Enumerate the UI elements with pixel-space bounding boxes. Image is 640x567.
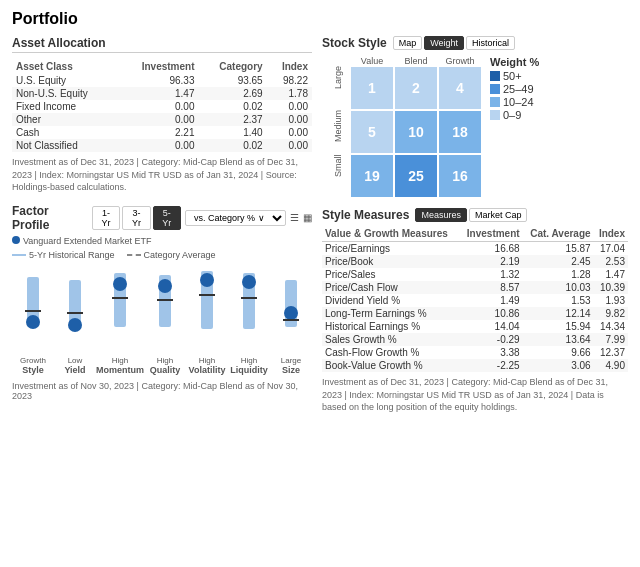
factor-col-size: LargeSize bbox=[270, 264, 312, 377]
factor-val-label-3: High bbox=[157, 356, 173, 365]
measures-title: Style Measures bbox=[322, 208, 409, 222]
factor-tab-3yr[interactable]: 3-Yr bbox=[122, 206, 150, 230]
table-row: U.S. Equity96.3393.6598.22 bbox=[12, 74, 312, 87]
factor-tab-1yr[interactable]: 1-Yr bbox=[92, 206, 120, 230]
factor-list-icon[interactable]: ☰ bbox=[290, 212, 299, 223]
legend-0-9: 0–9 bbox=[490, 109, 539, 121]
stock-style-tab-map[interactable]: Map bbox=[393, 36, 423, 50]
legend-50plus: 50+ bbox=[490, 70, 539, 82]
factor-tab-group: 1-Yr 3-Yr 5-Yr bbox=[92, 206, 181, 230]
row-label-medium: Medium bbox=[322, 110, 350, 154]
factor-bar-quality bbox=[151, 264, 179, 354]
style-row-0: 124 bbox=[350, 66, 482, 110]
col-header-value: Value bbox=[350, 56, 394, 66]
factor-dot-main-0 bbox=[26, 315, 40, 329]
style-legend-title: Weight % bbox=[490, 56, 539, 68]
legend-box-0-9 bbox=[490, 110, 500, 120]
table-row: Price/Sales1.321.281.47 bbox=[322, 268, 628, 281]
row-labels: Large Medium Small bbox=[322, 66, 350, 198]
factor-bar-momentum bbox=[106, 264, 134, 354]
factor-charts: GrowthStyleLowYieldHighMomentumHighQuali… bbox=[12, 264, 312, 377]
row-label-large: Large bbox=[322, 66, 350, 110]
table-row: Non-U.S. Equity1.472.691.78 bbox=[12, 87, 312, 100]
stock-style-header: Stock Style Map Weight Historical bbox=[322, 36, 628, 50]
factor-val-label-1: Low bbox=[68, 356, 83, 365]
measures-header: Style Measures Measures Market Cap bbox=[322, 208, 628, 222]
legend-range-2 bbox=[12, 254, 26, 256]
style-cell-2-0: 19 bbox=[350, 154, 394, 198]
factor-bar-liquidity bbox=[235, 264, 263, 354]
legend-item1: Vanguard Extended Market ETF bbox=[12, 236, 151, 246]
measures-table: Value & Growth Measures Investment Cat. … bbox=[322, 226, 628, 372]
factor-val-label-2: High bbox=[112, 356, 128, 365]
factor-bar-style bbox=[19, 264, 47, 354]
aa-col-header-category: Category bbox=[199, 59, 267, 74]
aa-col-header-class: Asset Class bbox=[12, 59, 118, 74]
factor-col-label-0: Style bbox=[22, 365, 44, 375]
factor-cat-line-2 bbox=[112, 297, 128, 299]
table-row: Not Classified0.000.020.00 bbox=[12, 139, 312, 152]
style-cell-1-1: 10 bbox=[394, 110, 438, 154]
legend-dot-1 bbox=[12, 236, 20, 244]
factor-cat-line-3 bbox=[157, 299, 173, 301]
legend-item2: 5-Yr Historical Range bbox=[12, 250, 115, 260]
factor-col-volatility: HighVolatility bbox=[186, 264, 228, 377]
col-header-growth: Growth bbox=[438, 56, 482, 66]
measures-tab-marketcap[interactable]: Market Cap bbox=[469, 208, 528, 222]
stock-style-tab-weight[interactable]: Weight bbox=[424, 36, 464, 50]
factor-col-liquidity: HighLiquidity bbox=[228, 264, 270, 377]
factor-tab-5yr[interactable]: 5-Yr bbox=[153, 206, 181, 230]
style-cell-2-2: 16 bbox=[438, 154, 482, 198]
factor-legend2: 5-Yr Historical Range Category Average bbox=[12, 250, 312, 260]
stock-style-tab-historical[interactable]: Historical bbox=[466, 36, 515, 50]
factor-val-label-6: Large bbox=[281, 356, 301, 365]
factor-val-label-0: Growth bbox=[20, 356, 46, 365]
stock-style-section: Stock Style Map Weight Historical Value … bbox=[322, 36, 628, 198]
aa-note: Investment as of Dec 31, 2023 | Category… bbox=[12, 156, 312, 194]
measures-col-name: Value & Growth Measures bbox=[322, 226, 460, 242]
legend-box-10-24 bbox=[490, 97, 500, 107]
table-row: Price/Cash Flow8.5710.0310.39 bbox=[322, 281, 628, 294]
row-label-small: Small bbox=[322, 154, 350, 198]
aa-col-header-index: Index bbox=[267, 59, 312, 74]
table-row: Price/Book2.192.452.53 bbox=[322, 255, 628, 268]
factor-col-style: GrowthStyle bbox=[12, 264, 54, 377]
style-grid-wrap: Value Blend Growth Large Medium Small 12… bbox=[322, 56, 482, 198]
style-cell-0-1: 2 bbox=[394, 66, 438, 110]
factor-cat-line-5 bbox=[241, 297, 257, 299]
main-layout: Asset Allocation Asset Class Investment … bbox=[12, 36, 628, 414]
legend-25-49: 25–49 bbox=[490, 83, 539, 95]
factor-col-yield: LowYield bbox=[54, 264, 96, 377]
portfolio-page: Portfolio Asset Allocation Asset Class I… bbox=[0, 0, 640, 424]
col-headers: Value Blend Growth bbox=[350, 56, 482, 66]
factor-cat-line-6 bbox=[283, 319, 299, 321]
style-cells: 12451018192516 bbox=[350, 66, 482, 198]
factor-col-quality: HighQuality bbox=[144, 264, 186, 377]
table-row: Book-Value Growth %-2.253.064.90 bbox=[322, 359, 628, 372]
legend-item3: Category Average bbox=[127, 250, 216, 260]
factor-dot-main-5 bbox=[242, 275, 256, 289]
factor-col-label-1: Yield bbox=[64, 365, 85, 375]
style-cell-2-1: 25 bbox=[394, 154, 438, 198]
table-row: Other0.002.370.00 bbox=[12, 113, 312, 126]
factor-bar-yield bbox=[61, 264, 89, 354]
page-title: Portfolio bbox=[12, 10, 628, 28]
factor-dot-main-2 bbox=[113, 277, 127, 291]
factor-cat-line-1 bbox=[67, 312, 83, 314]
factor-cat-line-4 bbox=[199, 294, 215, 296]
measures-tab-measures[interactable]: Measures bbox=[415, 208, 467, 222]
factor-chart-icon[interactable]: ▦ bbox=[303, 212, 312, 223]
factor-col-label-4: Volatility bbox=[189, 365, 226, 375]
style-cell-0-0: 1 bbox=[350, 66, 394, 110]
col-header-blend: Blend bbox=[394, 56, 438, 66]
measures-col-cat-avg: Cat. Average bbox=[523, 226, 594, 242]
factor-col-label-2: Momentum bbox=[96, 365, 144, 375]
style-grid-rows: Large Medium Small 12451018192516 bbox=[322, 66, 482, 198]
measures-col-index: Index bbox=[594, 226, 628, 242]
measures-tabs: Measures Market Cap bbox=[415, 208, 527, 222]
table-row: Cash-Flow Growth %3.389.6612.37 bbox=[322, 346, 628, 359]
stock-style-tabs: Map Weight Historical bbox=[393, 36, 515, 50]
legend-label-0-9: 0–9 bbox=[503, 109, 521, 121]
factor-dot-main-4 bbox=[200, 273, 214, 287]
factor-dropdown[interactable]: vs. Category % ∨ bbox=[185, 210, 286, 226]
